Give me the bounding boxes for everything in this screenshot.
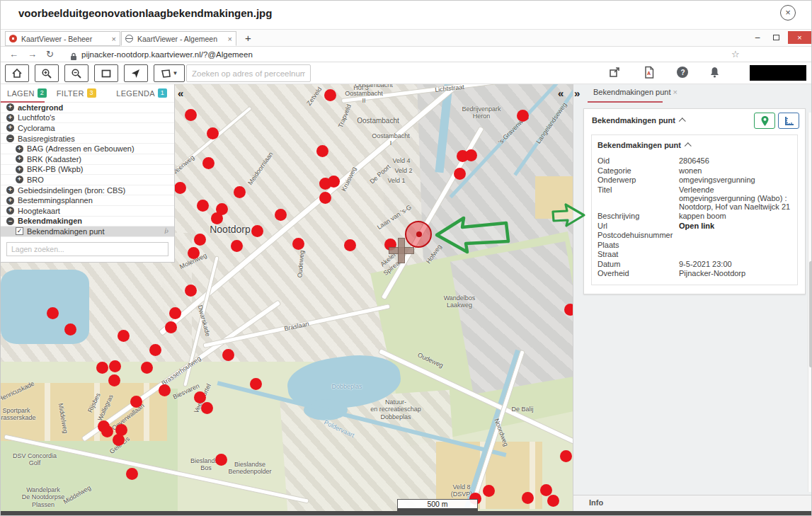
layer-row[interactable]: +Cyclorama (1, 123, 174, 134)
layer-checkbox[interactable]: ✓ (16, 227, 23, 235)
panel-tab-bekendmakingen-punt[interactable]: Bekendmakingen punt× (593, 88, 677, 96)
bekendmaking-dot[interactable] (324, 89, 336, 101)
sidebar-collapse-button[interactable]: « (178, 87, 183, 99)
forward-icon[interactable]: → (28, 49, 37, 59)
minimize-button[interactable]: – (748, 33, 767, 42)
bekendmaking-dot[interactable] (211, 212, 223, 224)
address-search-input[interactable] (186, 64, 311, 82)
bekendmaking-dot[interactable] (174, 182, 186, 194)
browser-tab[interactable]: KaartViewer - Algemeen× (121, 31, 236, 46)
share-icon[interactable] (608, 66, 621, 81)
bekendmaking-dot[interactable] (316, 145, 328, 157)
bekendmaking-dot[interactable] (222, 349, 234, 361)
pdf-export-icon[interactable]: A (644, 66, 655, 82)
layer-row[interactable]: ✓Bekendmakingen punti› (1, 227, 174, 237)
back-icon[interactable]: ← (9, 49, 18, 59)
layer-plus-icon[interactable]: + (6, 103, 14, 111)
close-icon[interactable]: × (780, 5, 796, 21)
scrollbar-thumb[interactable] (809, 261, 812, 367)
bekendmaking-dot[interactable] (108, 374, 120, 386)
bekendmaking-dot[interactable] (483, 485, 495, 497)
layer-row[interactable]: +Bestemmingsplannen (1, 195, 174, 206)
new-tab-button[interactable]: + (245, 32, 251, 44)
zoom-in-button[interactable] (35, 64, 59, 82)
layer-minus-icon[interactable]: – (6, 134, 14, 142)
bekendmaking-dot[interactable] (194, 234, 206, 246)
bekendmaking-dot[interactable] (165, 321, 177, 333)
sidebar-tab-legenda[interactable]: LEGENDA1 (116, 88, 167, 98)
layer-options-icon[interactable]: i› (164, 227, 174, 235)
restore-button[interactable] (767, 35, 785, 40)
home-button[interactable] (5, 64, 29, 82)
bekendmaking-dot[interactable] (141, 362, 153, 374)
feature-attributes-title[interactable]: Bekendmakingen punt (597, 141, 791, 149)
bekendmaking-dot[interactable] (201, 402, 213, 414)
zoom-out-button[interactable] (64, 64, 88, 82)
bekendmaking-dot[interactable] (101, 425, 113, 437)
url-text[interactable]: pijnacker-nootdorp.kaartviewer.nl/?@Alge… (81, 50, 253, 59)
bekendmaking-dot[interactable] (194, 391, 206, 403)
layer-plus-icon[interactable]: + (6, 197, 14, 205)
layer-row[interactable]: +BRK (Kadaster) (1, 154, 174, 165)
bekendmaking-dot[interactable] (130, 396, 142, 408)
field-value-link[interactable]: Open link (679, 222, 791, 230)
layer-row[interactable]: –Basisregistraties (1, 134, 174, 144)
bookmark-star-icon[interactable]: ☆ (731, 49, 740, 59)
bekendmaking-dot[interactable] (169, 307, 181, 319)
bekendmaking-dot[interactable] (328, 176, 340, 188)
bekendmaking-dot[interactable] (275, 209, 287, 221)
browser-tab[interactable]: KaartViewer - Beheer× (5, 31, 120, 46)
bekendmaking-dot[interactable] (113, 434, 125, 446)
layer-row[interactable]: +BAG (Adressen en Gebouwen) (1, 144, 174, 154)
layer-row[interactable]: +Gebiedsindelingen (bron: CBS) (1, 185, 174, 196)
refresh-icon[interactable]: ↻ (46, 49, 54, 59)
bekendmaking-dot[interactable] (64, 323, 76, 336)
bekendmaking-dot[interactable] (454, 168, 466, 180)
bekendmaking-dot[interactable] (231, 240, 243, 252)
panel-collapse-left-button[interactable]: « (558, 87, 564, 99)
bekendmaking-dot[interactable] (159, 384, 171, 396)
layer-plus-icon[interactable]: + (16, 176, 23, 183)
extent-button[interactable] (94, 64, 118, 82)
bekendmaking-dot[interactable] (517, 110, 529, 122)
layer-plus-icon[interactable]: + (16, 166, 23, 173)
bekendmaking-dot[interactable] (185, 109, 197, 121)
window-close-button[interactable]: × (788, 31, 811, 44)
bekendmaking-dot[interactable] (185, 285, 197, 297)
bekendmaking-dot[interactable] (522, 492, 534, 504)
bekendmaking-dot[interactable] (344, 239, 356, 251)
bekendmaking-dot[interactable] (465, 149, 477, 161)
bekendmaking-dot[interactable] (547, 495, 559, 507)
bekendmaking-dot[interactable] (188, 247, 200, 259)
bekendmaking-dot[interactable] (118, 330, 130, 342)
bekendmaking-dot[interactable] (292, 238, 304, 250)
bekendmaking-dot[interactable] (126, 468, 138, 480)
layer-plus-icon[interactable]: + (6, 114, 14, 122)
bekendmaking-dot[interactable] (149, 344, 161, 356)
info-section-header[interactable]: Info (573, 495, 812, 510)
layer-plus-icon[interactable]: + (16, 155, 23, 163)
layer-plus-icon[interactable]: + (6, 207, 14, 214)
panel-tab-close-icon[interactable]: × (673, 88, 677, 96)
bekendmaking-dot[interactable] (47, 307, 59, 319)
select-shape-button[interactable]: ▼ (154, 64, 185, 82)
layer-row[interactable]: +BRK-PB (Wkpb) (1, 165, 174, 176)
sidebar-tab-filter[interactable]: FILTER3 (57, 88, 96, 98)
bekendmaking-dot[interactable] (560, 450, 572, 462)
bekendmaking-dot[interactable] (319, 192, 331, 204)
bekendmaking-dot[interactable] (197, 200, 209, 212)
locate-button[interactable] (124, 64, 148, 82)
layer-row[interactable]: +Hoogtekaart (1, 206, 174, 217)
layer-row[interactable]: +Luchtfoto's (1, 113, 174, 124)
notifications-bell-icon[interactable] (709, 66, 721, 81)
layer-search-input[interactable] (6, 242, 168, 256)
feature-card-header[interactable]: Bekendmakingen punt (584, 109, 805, 133)
bekendmaking-dot[interactable] (251, 225, 263, 237)
bekendmaking-dot[interactable] (215, 454, 227, 466)
bekendmaking-dot[interactable] (96, 362, 108, 374)
bekendmaking-dot[interactable] (540, 484, 552, 496)
bekendmaking-dot[interactable] (202, 157, 215, 169)
help-icon[interactable]: ? (676, 66, 689, 81)
layer-row[interactable]: +achtergrond (1, 103, 174, 113)
bekendmaking-dot[interactable] (109, 360, 121, 372)
